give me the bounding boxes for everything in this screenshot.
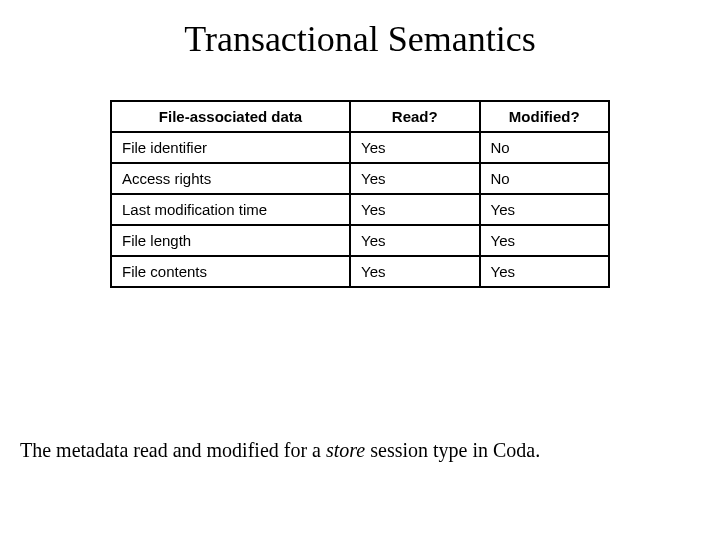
cell-data: File length [111, 225, 350, 256]
table-row: File length Yes Yes [111, 225, 609, 256]
caption-em: store [326, 439, 365, 461]
table-row: Access rights Yes No [111, 163, 609, 194]
table-row: File identifier Yes No [111, 132, 609, 163]
cell-read: Yes [350, 163, 479, 194]
table-row: File contents Yes Yes [111, 256, 609, 287]
table-row: Last modification time Yes Yes [111, 194, 609, 225]
cell-modified: No [480, 132, 610, 163]
semantics-table: File-associated data Read? Modified? Fil… [110, 100, 610, 288]
caption: The metadata read and modified for a sto… [20, 439, 540, 462]
cell-modified: No [480, 163, 610, 194]
cell-read: Yes [350, 132, 479, 163]
cell-modified: Yes [480, 256, 610, 287]
cell-read: Yes [350, 194, 479, 225]
page-title: Transactional Semantics [0, 18, 720, 60]
col-header-modified: Modified? [480, 101, 610, 132]
caption-pre: The metadata read and modified for a [20, 439, 326, 461]
cell-data: File contents [111, 256, 350, 287]
caption-post: session type in Coda. [365, 439, 540, 461]
table-header-row: File-associated data Read? Modified? [111, 101, 609, 132]
table-container: File-associated data Read? Modified? Fil… [110, 100, 610, 288]
cell-read: Yes [350, 256, 479, 287]
cell-data: File identifier [111, 132, 350, 163]
cell-modified: Yes [480, 194, 610, 225]
cell-data: Access rights [111, 163, 350, 194]
cell-read: Yes [350, 225, 479, 256]
cell-data: Last modification time [111, 194, 350, 225]
slide: Transactional Semantics File-associated … [0, 18, 720, 540]
col-header-data: File-associated data [111, 101, 350, 132]
cell-modified: Yes [480, 225, 610, 256]
col-header-read: Read? [350, 101, 479, 132]
